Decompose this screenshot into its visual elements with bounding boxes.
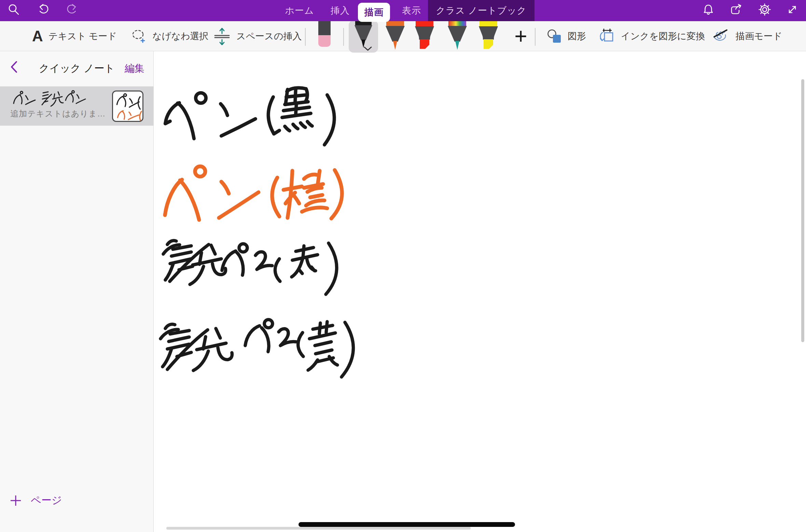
chevron-down-icon[interactable] — [363, 46, 373, 51]
ink-line-highlighter-red — [163, 240, 356, 294]
tab-insert[interactable]: 挿入 — [326, 0, 354, 21]
expand-icon[interactable] — [785, 2, 800, 17]
toolbar-divider — [343, 28, 344, 46]
undo-icon[interactable] — [36, 2, 51, 17]
shapes-button[interactable]: 図形 — [546, 21, 586, 51]
page-list-item-selected[interactable]: 追加テキストはありま… — [0, 86, 153, 126]
highlighter-red[interactable] — [415, 21, 434, 52]
ink-layer — [154, 51, 806, 532]
search-icon[interactable] — [6, 2, 21, 17]
ink-to-shape-button[interactable]: インクを図形に変換 — [598, 21, 705, 51]
text-mode-button[interactable]: A テキスト モード — [32, 21, 117, 51]
tab-home[interactable]: ホーム — [284, 0, 315, 21]
plus-icon — [10, 494, 22, 507]
lasso-select-button[interactable]: なげなわ選択 — [130, 21, 209, 51]
letter-a-icon: A — [32, 29, 43, 44]
settings-gear-icon[interactable] — [757, 2, 772, 17]
insert-space-label: スペースの挿入 — [236, 30, 302, 42]
ink-line-pen-black — [165, 88, 334, 145]
draw-mode-button[interactable]: 描画モード — [712, 21, 782, 51]
pen-black-selected[interactable] — [349, 20, 378, 53]
shapes-label: 図形 — [568, 30, 586, 42]
page-subtitle: 追加テキストはありま… — [10, 108, 106, 119]
add-pen-button[interactable]: + — [511, 21, 531, 51]
toolbar-divider — [535, 28, 536, 46]
redo-icon[interactable] — [64, 2, 79, 17]
horizontal-scrollbar[interactable] — [166, 527, 471, 530]
page-thumbnail — [112, 90, 143, 122]
ink-line-pen-orange — [165, 166, 342, 220]
top-app-bar: ホーム 挿入 描画 表示 クラス ノートブック — [0, 0, 806, 21]
tab-class-notebook[interactable]: クラス ノートブック — [428, 0, 534, 21]
ink-to-shape-icon — [598, 28, 615, 45]
notifications-bell-icon[interactable] — [701, 2, 716, 17]
onenote-draw-screen: { "top_bar": { "background_color": "#7A1… — [0, 0, 806, 532]
add-page-button[interactable]: ページ — [10, 493, 62, 507]
pen-rainbow[interactable] — [447, 21, 467, 52]
draw-mode-label: 描画モード — [736, 30, 782, 42]
edit-button[interactable]: 編集 — [125, 62, 144, 75]
shapes-icon — [546, 28, 562, 44]
black-pen-icon — [353, 20, 373, 48]
vertical-scrollbar[interactable] — [801, 79, 804, 342]
tab-draw[interactable]: 描画 — [358, 3, 390, 22]
add-page-label: ページ — [31, 493, 62, 507]
draw-toolbar: A テキスト モード なげなわ選択 スペースの挿入 — [0, 21, 806, 51]
lasso-select-label: なげなわ選択 — [152, 30, 209, 42]
insert-space-button[interactable]: スペースの挿入 — [213, 21, 302, 51]
pen-orange[interactable] — [385, 21, 405, 52]
eraser-tool[interactable] — [318, 21, 331, 49]
note-canvas[interactable] — [154, 51, 806, 532]
text-mode-label: テキスト モード — [48, 30, 117, 42]
page-list-sidebar: クイック ノート 編集 追加テキストはありま… — [0, 51, 154, 532]
home-indicator-bar[interactable] — [298, 522, 515, 527]
toolbar-divider — [305, 28, 306, 46]
page-title-ink — [12, 89, 87, 109]
hand-drawing-icon — [712, 27, 730, 45]
insert-space-icon — [213, 27, 231, 45]
ink-line-highlighter-yellow — [161, 320, 361, 377]
ink-to-shape-label: インクを図形に変換 — [621, 30, 705, 42]
highlighter-yellow[interactable] — [478, 21, 499, 52]
lasso-icon — [130, 28, 147, 45]
share-icon[interactable] — [728, 2, 744, 17]
tab-view[interactable]: 表示 — [399, 0, 424, 21]
